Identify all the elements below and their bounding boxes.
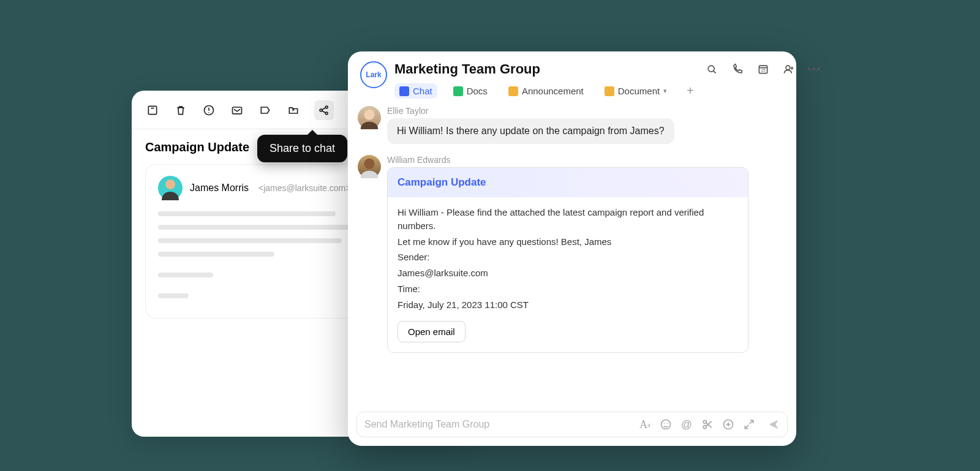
message-bubble: Hi William! Is there any update on the c… <box>387 118 674 144</box>
email-sender-name: James Morris <box>190 183 249 194</box>
svg-rect-5 <box>233 107 242 114</box>
avatar-william <box>358 155 381 178</box>
tab-document[interactable]: Document ▾ <box>600 83 672 99</box>
svg-line-10 <box>322 111 326 113</box>
shared-email-sender-label: Sender: <box>398 251 738 264</box>
shared-email-line: Hi William - Please find the attached th… <box>398 206 738 233</box>
search-icon[interactable] <box>705 62 718 76</box>
svg-point-8 <box>325 112 328 115</box>
shared-email-time-label: Time: <box>398 282 738 296</box>
message-sender-name: William Edwards <box>387 155 786 165</box>
skeleton-line <box>158 211 336 216</box>
chevron-down-icon: ▾ <box>663 87 667 95</box>
tab-chat[interactable]: Chat <box>394 83 437 99</box>
tab-docs[interactable]: Docs <box>448 83 492 99</box>
chat-title: Marketing Team Group <box>394 61 698 77</box>
shared-email-title: Campaign Update <box>388 168 748 197</box>
svg-point-17 <box>786 66 790 70</box>
move-icon[interactable] <box>286 103 301 118</box>
shared-email-line: Let me know if you have any questions! B… <box>398 235 738 249</box>
format-icon[interactable]: Aa <box>639 418 651 431</box>
email-sender-addr: <james@larksuite.com> <box>258 183 350 193</box>
send-icon[interactable] <box>767 418 780 431</box>
skeleton-line <box>158 293 189 298</box>
svg-point-21 <box>364 159 374 169</box>
chat-body: Ellie Taylor Hi William! Is there any up… <box>348 100 796 412</box>
chat-tabs: Chat Docs Announcement Document ▾ <box>394 83 698 99</box>
tab-announcement[interactable]: Announcement <box>503 83 589 99</box>
shared-email-card: Campaign Update Hi William - Please find… <box>387 167 748 353</box>
share-icon[interactable] <box>314 100 334 120</box>
chat-window: Lark Marketing Team Group Chat Docs Anno… <box>348 51 796 446</box>
archive-icon[interactable] <box>145 103 160 118</box>
tab-label: Announcement <box>522 86 584 96</box>
shared-email-body: Hi William - Please find the attached th… <box>388 197 748 352</box>
spam-icon[interactable] <box>202 103 216 118</box>
svg-text:15: 15 <box>761 68 766 72</box>
scissors-icon[interactable] <box>701 418 714 431</box>
svg-point-12 <box>708 66 714 72</box>
emoji-icon[interactable] <box>660 418 672 431</box>
message-ellie: Ellie Taylor Hi William! Is there any up… <box>358 106 786 144</box>
document-tab-icon <box>605 86 614 96</box>
svg-point-4 <box>208 112 209 113</box>
tab-label: Chat <box>413 86 432 96</box>
shared-email-time-value: Friday, July 21, 2023 11:00 CST <box>398 298 738 312</box>
group-avatar: Lark <box>360 61 387 88</box>
avatar-ellie <box>358 106 381 129</box>
announcement-tab-icon <box>508 86 518 96</box>
skeleton-line <box>158 238 342 243</box>
tab-label: Document <box>618 86 660 96</box>
svg-rect-0 <box>148 106 156 114</box>
composer-input[interactable] <box>364 419 639 430</box>
svg-point-22 <box>662 420 671 429</box>
add-member-icon[interactable] <box>782 62 796 76</box>
svg-point-7 <box>325 106 328 108</box>
expand-icon[interactable] <box>743 418 755 431</box>
message-composer: Aa @ <box>356 412 788 437</box>
svg-point-20 <box>364 110 374 120</box>
mark-read-icon[interactable] <box>230 103 244 118</box>
mention-icon[interactable]: @ <box>680 418 693 431</box>
skeleton-line <box>158 273 213 277</box>
chat-header: Lark Marketing Team Group Chat Docs Anno… <box>348 51 796 100</box>
message-sender-name: Ellie Taylor <box>387 106 786 116</box>
svg-point-26 <box>703 426 706 429</box>
svg-point-6 <box>320 109 322 111</box>
svg-line-33 <box>745 425 748 429</box>
chat-header-actions: 15 ••• <box>705 62 821 76</box>
docs-tab-icon <box>453 86 463 96</box>
svg-point-24 <box>667 423 668 424</box>
call-icon[interactable] <box>731 62 744 76</box>
svg-point-11 <box>165 179 175 189</box>
label-icon[interactable] <box>258 103 273 118</box>
svg-point-23 <box>664 423 665 424</box>
share-tooltip: Share to chat <box>257 135 347 162</box>
svg-line-32 <box>750 420 753 424</box>
avatar-james <box>158 176 183 200</box>
trash-icon[interactable] <box>173 103 188 118</box>
skeleton-line <box>158 225 354 230</box>
tab-label: Docs <box>467 86 488 96</box>
shared-email-sender-value: James@larksuite.com <box>398 266 738 280</box>
tab-add[interactable]: + <box>683 84 698 98</box>
svg-line-9 <box>322 108 326 110</box>
open-email-button[interactable]: Open email <box>398 321 466 342</box>
chat-tab-icon <box>399 86 409 96</box>
skeleton-line <box>158 252 274 257</box>
message-william: William Edwards Campaign Update Hi Willi… <box>358 155 786 353</box>
composer-toolbar: Aa @ <box>639 418 780 431</box>
more-icon[interactable]: ••• <box>808 62 821 76</box>
svg-point-25 <box>703 420 706 423</box>
svg-line-13 <box>714 71 716 73</box>
calendar-icon[interactable]: 15 <box>756 62 770 76</box>
add-icon[interactable] <box>722 418 734 431</box>
